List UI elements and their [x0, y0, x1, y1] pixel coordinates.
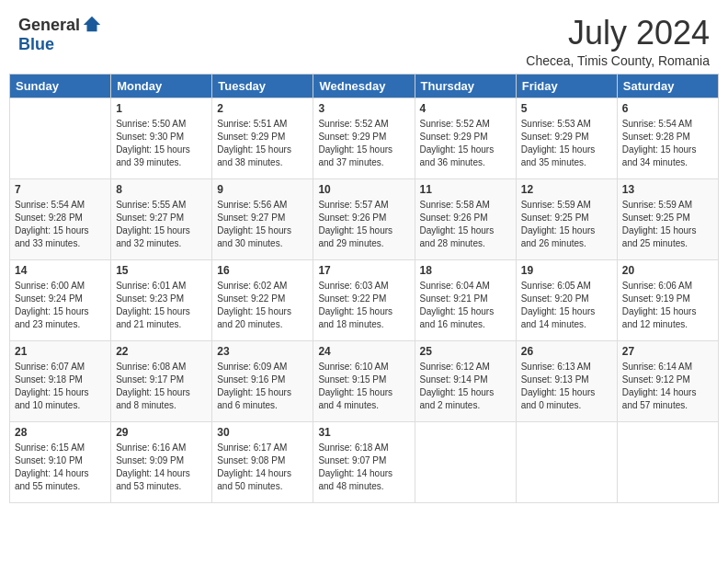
calendar-cell: 9Sunrise: 5:56 AMSunset: 9:27 PMDaylight… [212, 178, 313, 259]
sunrise-text: Sunrise: 5:51 AM [217, 118, 308, 131]
weekday-header-sunday: Sunday [10, 74, 111, 98]
sunrise-text: Sunrise: 6:06 AM [622, 280, 713, 293]
daylight-text: Daylight: 15 hours and 35 minutes. [521, 144, 612, 169]
calendar-week-5: 28Sunrise: 6:15 AMSunset: 9:10 PMDayligh… [10, 421, 719, 502]
day-number: 9 [217, 183, 308, 196]
sunrise-text: Sunrise: 5:59 AM [521, 199, 612, 212]
sunrise-text: Sunrise: 6:09 AM [217, 361, 308, 373]
day-number: 4 [420, 102, 511, 115]
cell-content: Sunrise: 5:58 AMSunset: 9:26 PMDaylight:… [420, 199, 511, 250]
weekday-header-thursday: Thursday [415, 74, 516, 98]
daylight-text: Daylight: 15 hours and 21 minutes. [116, 305, 207, 331]
calendar-cell: 14Sunrise: 6:00 AMSunset: 9:24 PMDayligh… [10, 259, 111, 340]
sunset-text: Sunset: 9:20 PM [521, 293, 612, 305]
cell-content: Sunrise: 5:51 AMSunset: 9:29 PMDaylight:… [217, 118, 308, 169]
calendar-cell: 20Sunrise: 6:06 AMSunset: 9:19 PMDayligh… [617, 259, 718, 340]
daylight-text: Daylight: 15 hours and 37 minutes. [318, 144, 409, 169]
day-number: 18 [420, 264, 511, 277]
calendar-cell: 26Sunrise: 6:13 AMSunset: 9:13 PMDayligh… [516, 340, 617, 421]
logo-icon [82, 15, 102, 35]
sunset-text: Sunset: 9:10 PM [15, 454, 106, 467]
daylight-text: Daylight: 15 hours and 29 minutes. [318, 224, 409, 250]
calendar-cell: 12Sunrise: 5:59 AMSunset: 9:25 PMDayligh… [516, 178, 617, 259]
cell-content: Sunrise: 6:00 AMSunset: 9:24 PMDaylight:… [15, 280, 106, 331]
daylight-text: Daylight: 15 hours and 26 minutes. [521, 224, 612, 250]
sunrise-text: Sunrise: 6:16 AM [116, 442, 207, 454]
sunset-text: Sunset: 9:26 PM [420, 212, 511, 224]
calendar-cell: 27Sunrise: 6:14 AMSunset: 9:12 PMDayligh… [617, 340, 718, 421]
cell-content: Sunrise: 6:18 AMSunset: 9:07 PMDaylight:… [318, 442, 409, 493]
cell-content: Sunrise: 5:52 AMSunset: 9:29 PMDaylight:… [420, 118, 511, 169]
day-number: 28 [15, 426, 106, 439]
cell-content: Sunrise: 5:59 AMSunset: 9:25 PMDaylight:… [521, 199, 612, 250]
daylight-text: Daylight: 15 hours and 39 minutes. [116, 144, 207, 169]
sunset-text: Sunset: 9:18 PM [15, 373, 106, 386]
cell-content: Sunrise: 6:02 AMSunset: 9:22 PMDaylight:… [217, 280, 308, 331]
cell-content: Sunrise: 5:57 AMSunset: 9:26 PMDaylight:… [318, 199, 409, 250]
sunset-text: Sunset: 9:29 PM [420, 131, 511, 144]
sunrise-text: Sunrise: 6:03 AM [318, 280, 409, 293]
calendar-week-4: 21Sunrise: 6:07 AMSunset: 9:18 PMDayligh… [10, 340, 719, 421]
title-block: July 2024 Checea, Timis County, Romania [526, 15, 710, 68]
sunset-text: Sunset: 9:26 PM [318, 212, 409, 224]
sunset-text: Sunset: 9:13 PM [521, 373, 612, 386]
sunrise-text: Sunrise: 6:04 AM [420, 280, 511, 293]
daylight-text: Daylight: 15 hours and 10 minutes. [15, 386, 106, 412]
daylight-text: Daylight: 14 hours and 53 minutes. [116, 467, 207, 493]
cell-content: Sunrise: 5:52 AMSunset: 9:29 PMDaylight:… [318, 118, 409, 169]
calendar-cell [415, 421, 516, 502]
sunset-text: Sunset: 9:21 PM [420, 293, 511, 305]
cell-content: Sunrise: 6:09 AMSunset: 9:16 PMDaylight:… [217, 361, 308, 412]
daylight-text: Daylight: 15 hours and 23 minutes. [15, 305, 106, 331]
cell-content: Sunrise: 5:50 AMSunset: 9:30 PMDaylight:… [116, 118, 207, 169]
sunrise-text: Sunrise: 5:52 AM [318, 118, 409, 131]
weekday-header-row: SundayMondayTuesdayWednesdayThursdayFrid… [10, 74, 719, 98]
daylight-text: Daylight: 14 hours and 55 minutes. [15, 467, 106, 493]
day-number: 22 [116, 345, 207, 358]
sunset-text: Sunset: 9:27 PM [116, 212, 207, 224]
calendar-week-1: 1Sunrise: 5:50 AMSunset: 9:30 PMDaylight… [10, 98, 719, 178]
calendar-cell: 16Sunrise: 6:02 AMSunset: 9:22 PMDayligh… [212, 259, 313, 340]
calendar-cell: 15Sunrise: 6:01 AMSunset: 9:23 PMDayligh… [111, 259, 212, 340]
calendar-cell: 1Sunrise: 5:50 AMSunset: 9:30 PMDaylight… [111, 98, 212, 178]
calendar-week-3: 14Sunrise: 6:00 AMSunset: 9:24 PMDayligh… [10, 259, 719, 340]
sunset-text: Sunset: 9:23 PM [116, 293, 207, 305]
calendar-cell: 21Sunrise: 6:07 AMSunset: 9:18 PMDayligh… [10, 340, 111, 421]
logo-blue-text: Blue [18, 35, 54, 54]
sunset-text: Sunset: 9:29 PM [217, 131, 308, 144]
calendar-cell: 3Sunrise: 5:52 AMSunset: 9:29 PMDaylight… [313, 98, 415, 178]
sunrise-text: Sunrise: 5:59 AM [622, 199, 713, 212]
daylight-text: Daylight: 14 hours and 48 minutes. [318, 467, 409, 493]
calendar-cell: 2Sunrise: 5:51 AMSunset: 9:29 PMDaylight… [212, 98, 313, 178]
cell-content: Sunrise: 6:14 AMSunset: 9:12 PMDaylight:… [622, 361, 713, 412]
day-number: 20 [622, 264, 713, 277]
calendar-cell: 31Sunrise: 6:18 AMSunset: 9:07 PMDayligh… [313, 421, 415, 502]
sunrise-text: Sunrise: 5:50 AM [116, 118, 207, 131]
calendar-cell [617, 421, 718, 502]
daylight-text: Daylight: 15 hours and 18 minutes. [318, 305, 409, 331]
location-text: Checea, Timis County, Romania [526, 53, 710, 68]
sunrise-text: Sunrise: 5:52 AM [420, 118, 511, 131]
daylight-text: Daylight: 15 hours and 25 minutes. [622, 224, 713, 250]
day-number: 14 [15, 264, 106, 277]
cell-content: Sunrise: 6:03 AMSunset: 9:22 PMDaylight:… [318, 280, 409, 331]
daylight-text: Daylight: 14 hours and 50 minutes. [217, 467, 308, 493]
day-number: 19 [521, 264, 612, 277]
sunrise-text: Sunrise: 6:18 AM [318, 442, 409, 454]
daylight-text: Daylight: 15 hours and 8 minutes. [116, 386, 207, 412]
day-number: 11 [420, 183, 511, 196]
day-number: 8 [116, 183, 207, 196]
day-number: 21 [15, 345, 106, 358]
day-number: 5 [521, 102, 612, 115]
daylight-text: Daylight: 15 hours and 12 minutes. [622, 305, 713, 331]
sunrise-text: Sunrise: 5:54 AM [622, 118, 713, 131]
daylight-text: Daylight: 15 hours and 28 minutes. [420, 224, 511, 250]
day-number: 17 [318, 264, 409, 277]
day-number: 24 [318, 345, 409, 358]
sunset-text: Sunset: 9:25 PM [622, 212, 713, 224]
cell-content: Sunrise: 6:01 AMSunset: 9:23 PMDaylight:… [116, 280, 207, 331]
calendar-cell: 13Sunrise: 5:59 AMSunset: 9:25 PMDayligh… [617, 178, 718, 259]
sunset-text: Sunset: 9:27 PM [217, 212, 308, 224]
daylight-text: Daylight: 15 hours and 2 minutes. [420, 386, 511, 412]
sunset-text: Sunset: 9:30 PM [116, 131, 207, 144]
